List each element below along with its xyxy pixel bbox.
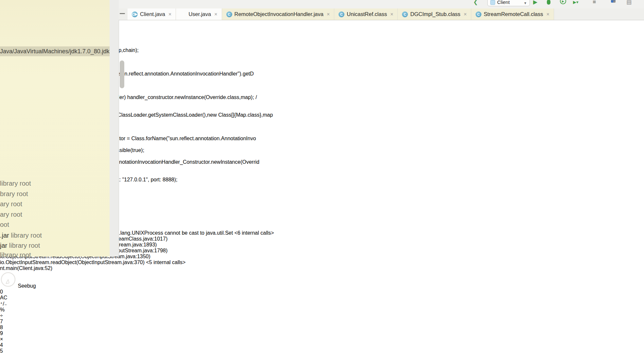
calc-key-⁺/₋[interactable]: ⁺/₋ (0, 301, 644, 307)
calc-key-×[interactable]: × (0, 336, 644, 342)
back-arrow-icon[interactable]: ❮ (473, 0, 478, 6)
console-text: nt.main( (0, 265, 19, 271)
library-suffix: ary root (0, 200, 22, 208)
tools-icon[interactable]: ▤ (626, 0, 632, 6)
code-token: Override (206, 94, 226, 100)
tab-label: User.java (188, 11, 211, 17)
code-token: Class[]{ (217, 112, 236, 118)
code-token: , (148, 177, 151, 182)
console-text: ) (148, 254, 150, 259)
code-token: "sun.reflect.annotation.AnnotationInvoca… (117, 71, 239, 76)
seebug-logo-icon (0, 271, 16, 288)
tab-Client.java[interactable]: C▶Client.java× (128, 8, 176, 20)
close-icon[interactable]: × (327, 11, 330, 17)
code-token: Map (236, 112, 246, 118)
close-icon[interactable]: × (214, 11, 217, 17)
code-token: class (248, 112, 259, 118)
calc-key-5[interactable]: 5 (0, 348, 644, 353)
library-name: jar (0, 242, 7, 249)
calc-key-%[interactable]: % (0, 307, 644, 313)
console-text: ) (51, 265, 52, 271)
library-suffix: brary root (0, 190, 28, 197)
library-suffix: library root (9, 232, 42, 239)
close-icon[interactable]: × (464, 11, 467, 17)
tab-DGCImpl_Stub.class[interactable]: CDGCImpl_Stub.class× (398, 8, 471, 20)
parameter-hint: port: (151, 177, 161, 182)
bug-body (547, 0, 550, 5)
source-file-link[interactable]: Client.java:52 (19, 265, 51, 271)
code-token: ).getD (239, 71, 254, 76)
code-token: (ClassLoader. (116, 112, 148, 118)
library-root-item[interactable]: brary root (0, 189, 28, 199)
seebug-watermark-text: Seebug (18, 283, 36, 289)
library-root-item[interactable]: .jar library root (0, 230, 42, 240)
tab-UnicastRef.class[interactable]: CUnicastRef.class× (334, 8, 398, 20)
run-coverage-icon[interactable]: ▶ (560, 0, 566, 4)
calc-key-8[interactable]: 8 (0, 325, 644, 330)
profile-icon[interactable]: ▶▾ (573, 0, 579, 6)
code-token: },map (259, 112, 273, 118)
tab-RemoteObjectInvocationHandler.java[interactable]: CRemoteObjectInvocationHandler.java× (222, 8, 335, 20)
tab-label: Client.java (140, 11, 165, 17)
tab-StreamRemoteCall.class[interactable]: CStreamRemoteCall.class× (471, 8, 554, 20)
class-icon: C (339, 11, 344, 17)
code-token: "sun.reflect.annotation.AnnotationInvo (168, 136, 256, 141)
chevron-down-icon: ▼ (524, 1, 527, 5)
calculator-window[interactable]: 0 AC⁺/₋%÷789×456−123+0.= (0, 289, 644, 353)
code-token: "127.0.0.1" (122, 177, 148, 182)
run-configuration-select[interactable]: Client ▼ (487, 0, 530, 6)
calculator-value: 0 (0, 289, 3, 294)
calc-key-9[interactable]: 9 (0, 330, 644, 336)
run-overlay-icon: ▶ (135, 12, 137, 16)
code-token: (), (202, 112, 207, 118)
tab-label: StreamRemoteCall.class (484, 11, 543, 17)
close-icon[interactable]: × (547, 11, 549, 17)
layout-icon[interactable] (611, 0, 616, 3)
tab-label: DGCImpl_Stub.class (410, 11, 460, 17)
debug-icon[interactable] (547, 0, 550, 6)
editor-tabbar: C▶Client.java×IUser.java×CRemoteObjectIn… (119, 8, 644, 20)
close-icon[interactable]: × (390, 11, 393, 17)
seebug-watermark: Seebug (0, 271, 644, 289)
code-token: forName (146, 136, 166, 141)
code-token: true (132, 147, 141, 153)
console-text: ) (155, 242, 157, 247)
library-root-item[interactable]: library root (0, 250, 31, 260)
close-icon[interactable]: × (168, 11, 171, 17)
library-root-item[interactable]: ary root (0, 199, 22, 209)
calculator-keys: AC⁺/₋%÷789×456−123+0.= (0, 295, 644, 353)
tab-User.java[interactable]: IUser.java× (176, 8, 222, 20)
class-icon: C (476, 11, 481, 17)
run-config-label: Client (497, 0, 510, 5)
library-suffix: library root (0, 180, 31, 187)
library-root-item[interactable]: jar library root (0, 241, 40, 250)
folded-calls-badge[interactable]: <6 internal calls> (235, 230, 274, 236)
stack-frame-link[interactable]: ObjectInputStream.java:370 (78, 260, 143, 265)
hide-toolwindow-button[interactable] (120, 13, 125, 14)
library-root-item[interactable]: oot (0, 220, 9, 229)
library-root-item[interactable]: library root (0, 178, 31, 188)
panel-splitter[interactable] (110, 0, 119, 257)
run-config-icon (490, 0, 495, 5)
code-token: class (227, 94, 239, 100)
console-text: ) (143, 260, 146, 265)
class-icon: C (402, 11, 408, 17)
console-line: nt.main(Client.java:52) (0, 265, 644, 271)
main-toolbar: ❮▶▶▶▾■▤ Client ▼ (119, 0, 644, 9)
tab-label: RemoteObjectInvocationHandler.java (235, 11, 323, 17)
console-line: io.ObjectInputStream.readObject(ObjectIn… (0, 260, 644, 265)
library-root-item[interactable]: ary root (0, 210, 22, 219)
calc-key-4[interactable]: 4 (0, 342, 644, 348)
folded-calls-badge[interactable]: <5 internal calls> (146, 260, 185, 265)
stop-icon[interactable]: ■ (593, 0, 596, 6)
library-name: .jar (0, 232, 9, 239)
calc-key-AC[interactable]: AC (0, 295, 644, 301)
calculator-display: 0 (0, 289, 644, 295)
run-icon[interactable]: ▶ (533, 0, 537, 6)
panel-scrollbar-thumb[interactable] (120, 60, 124, 88)
calc-key-÷[interactable]: ÷ (0, 313, 644, 319)
interface-icon: I (180, 11, 186, 17)
project-panel: Java/JavaVirtualMachines/jdk1.7.0_80.jdk… (0, 0, 110, 257)
calc-key-7[interactable]: 7 (0, 319, 644, 325)
code-token: Overrid (242, 159, 259, 165)
